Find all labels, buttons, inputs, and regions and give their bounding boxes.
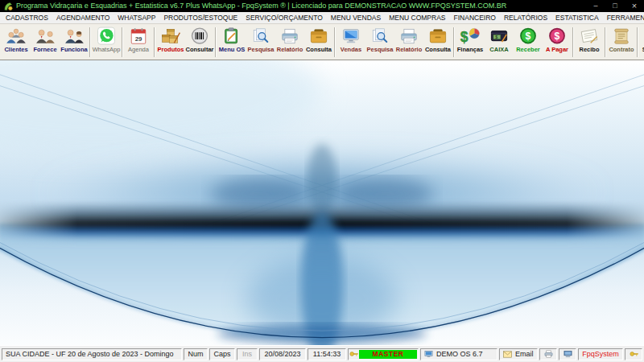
version-panel: DEMO OS 6.7 [420,348,497,360]
toolbar-button-whatsapp[interactable]: WhatsApp [92,25,121,60]
maximize-button[interactable]: □ [605,0,625,12]
toolbar-separator [453,27,455,57]
security-status-panel [625,348,642,360]
capslock-indicator: Caps [209,348,235,360]
toolbar-button-agenda[interactable]: 29 Agenda [124,25,153,60]
user-level-badge: MASTER [359,350,417,359]
toolbar-button-consulta-vendas[interactable]: Consulta [423,25,452,60]
toolbar-button-relatorio-os[interactable]: Relatório [275,25,304,60]
toolbar-separator [89,27,91,57]
user-level-panel: MASTER [348,348,419,360]
toolbar-button-label: WhatsApp [93,46,121,53]
date-value: 20/08/2023 [264,350,300,358]
email-icon [503,351,512,358]
status-bar: SUA CIDADE - UF 20 de Agosto de 2023 - D… [0,345,644,362]
toolbar-button-label: Pesquisa [367,46,394,53]
toolbar-button-consultar[interactable]: Consultar [185,25,214,60]
close-button[interactable]: × [625,0,644,12]
menu-item[interactable]: FINANCEIRO [450,12,500,23]
search-documents-icon [250,27,272,46]
toolbar-button-pesquisa-vendas[interactable]: Pesquisa [365,25,394,60]
toolbar-button-consulta-os[interactable]: Consulta [304,25,333,60]
network-status-panel [559,348,576,360]
title-bar: Programa Vidraçaria e Esquadrias + Estat… [0,0,644,12]
contract-scroll-icon [610,27,633,46]
menu-item[interactable]: WHATSAPP [114,12,159,23]
printer-icon [544,350,553,358]
capslock-label: Caps [213,350,230,358]
toolbar-button-label: Finanças [457,46,484,53]
toolbar-button-label: CAIXA [489,46,508,53]
status-message: SUA CIDADE - UF 20 de Agosto de 2023 - D… [6,350,174,358]
toolbar-button-menu-os[interactable]: Menu OS [217,25,246,60]
toolbar-button-funcionarios[interactable]: Funciona [60,25,89,60]
toolbar-button-label: Produtos [158,46,184,53]
monitor-icon [564,350,572,358]
calendar-icon: 29 [127,27,150,46]
version-label: DEMO OS 6.7 [436,350,483,358]
toolbar-button-recibo[interactable]: Recibo [575,25,604,60]
toolbar-button-label: Vendas [341,46,361,53]
minimize-button[interactable]: – [586,0,605,12]
menu-item[interactable]: FERRAMENTAS [603,12,644,23]
printer-status-panel [539,348,557,360]
toolbar-button-pesquisa-os[interactable]: Pesquisa [246,25,275,60]
toolbar-button-label: Agenda [128,46,149,53]
toolbar-separator [334,27,336,57]
date-panel: 20/08/2023 [259,348,306,360]
time-panel: 11:54:33 [308,348,346,360]
barcode-icon [188,27,211,46]
finance-dollar-pie-icon: $ [459,27,481,46]
clients-icon [5,27,27,46]
menu-item[interactable]: AGENDAMENTO [52,12,114,23]
email-status-panel: Email [499,348,538,360]
status-message-panel: SUA CIDADE - UF 20 de Agosto de 2023 - D… [2,348,182,360]
file-drawer-icon [427,27,449,46]
menu-item[interactable]: MENU COMPRAS [385,12,449,23]
brand-panel: FpqSystem [578,348,623,360]
toolbar-button-suporte[interactable]: Suporte [639,25,644,60]
toolbar-button-label: Funciona [60,46,87,53]
toolbar-separator [215,27,217,57]
insert-label: Ins [242,350,252,358]
products-boxes-icon [159,27,182,46]
toolbar-separator [605,27,606,57]
search-documents-icon [369,27,391,46]
whatsapp-icon [95,27,118,46]
toolbar-button-contrato[interactable]: Contrato [607,25,636,60]
file-drawer-icon [308,27,330,46]
toolbar-button-label: Consulta [306,46,332,53]
svg-text:29: 29 [135,35,142,43]
toolbar-button-vendas[interactable]: Vendas [336,25,365,60]
insert-indicator: Ins [237,348,258,360]
menu-item[interactable]: PRODUTOS/ESTOQUE [159,12,242,23]
desktop-background [0,60,644,345]
payables-dollar-icon: $ [546,27,568,46]
toolbar-button-produtos[interactable]: Produtos [156,25,185,60]
menu-item[interactable]: CADASTROS [2,12,52,23]
toolbar-button-receber[interactable]: $ Receber [514,25,543,60]
toolbar-button-relatorio-vendas[interactable]: Relatório [394,25,423,60]
menu-item[interactable]: SERVIÇO/ORÇAMENTO [242,12,327,23]
toolbar-button-fornecedores[interactable]: Fornece [31,25,60,60]
receipt-icon [578,27,601,46]
employees-icon [63,27,85,46]
menu-bar: CADASTROSAGENDAMENTOWHATSAPPPRODUTOS/EST… [0,12,644,24]
toolbar-button-financas[interactable]: $ Finanças [456,25,485,60]
toolbar-button-a-pagar[interactable]: $ A Pagar [543,25,572,60]
receivables-dollar-icon: $ [517,27,539,46]
toolbar-button-label: A Pagar [546,46,568,53]
fractal-wallpaper [0,60,644,345]
cash-book-icon: $ [488,27,510,46]
toolbar-button-label: Contrato [609,46,634,53]
menu-item[interactable]: ESTATISTICA [551,12,603,23]
toolbar-button-label: Relatório [396,46,423,53]
menu-item[interactable]: MENU VENDAS [327,12,385,23]
toolbar-button-label: Clientes [4,46,27,53]
svg-text:$: $ [526,31,531,42]
toolbar-button-label: Menu OS [219,46,246,53]
toolbar-button-caixa[interactable]: $ CAIXA [485,25,514,60]
toolbar-button-clientes[interactable]: Clientes [2,25,31,60]
menu-item[interactable]: RELATÓRIOS [500,12,551,23]
app-logo-icon [3,2,13,11]
